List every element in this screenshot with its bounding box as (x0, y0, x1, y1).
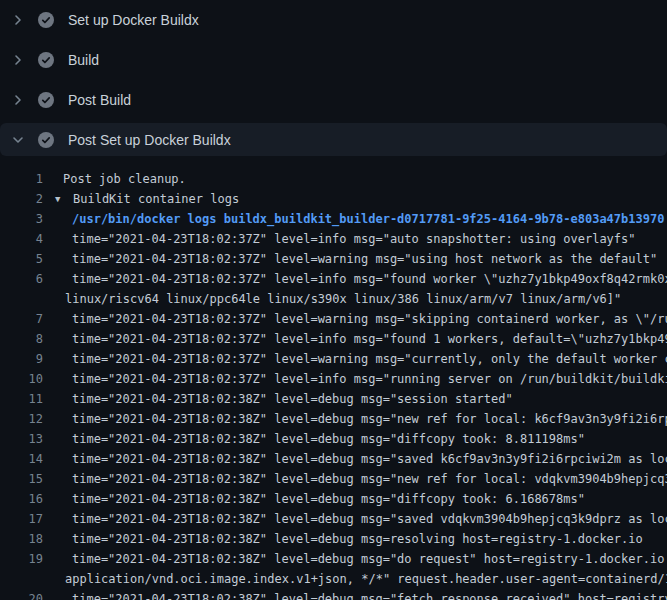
log-line-number[interactable]: 19 (0, 552, 43, 566)
log-line: 7 time="2021-04-23T18:02:37Z" level=warn… (0, 309, 667, 329)
log-line-number[interactable]: 7 (0, 312, 43, 326)
log-line: 2 ▼ BuildKit container logs (0, 189, 667, 209)
check-circle-icon (38, 92, 54, 108)
log-line-text: time="2021-04-23T18:02:38Z" level=debug … (43, 449, 667, 469)
log-line-text: time="2021-04-23T18:02:38Z" level=debug … (43, 489, 585, 509)
steps-list: Set up Docker Buildx Build Post Build Po… (0, 0, 667, 156)
log-line-text: application/vnd.oci.image.index.v1+json,… (43, 569, 667, 589)
log-line-number[interactable]: 3 (0, 212, 43, 226)
log-line-text: Post job cleanup. (43, 169, 186, 189)
log-line-number[interactable]: 9 (0, 352, 43, 366)
check-circle-icon (38, 52, 54, 68)
log-line-text: time="2021-04-23T18:02:37Z" level=warnin… (43, 309, 667, 329)
step-header-post-set-up-docker-buildx[interactable]: Post Set up Docker Buildx (0, 123, 667, 156)
log-line-text: time="2021-04-23T18:02:37Z" level=warnin… (43, 249, 657, 269)
log-line: 1 Post job cleanup. (0, 169, 667, 189)
log-line: 14 time="2021-04-23T18:02:38Z" level=deb… (0, 449, 667, 469)
log-line: 19 time="2021-04-23T18:02:38Z" level=deb… (0, 549, 667, 569)
log-line-text: time="2021-04-23T18:02:38Z" level=debug … (43, 429, 585, 449)
log-line-text: time="2021-04-23T18:02:38Z" level=debug … (43, 509, 667, 529)
log-line-number[interactable]: 5 (0, 252, 43, 266)
log-line-text: time="2021-04-23T18:02:38Z" level=debug … (43, 389, 513, 409)
log-line-text: time="2021-04-23T18:02:37Z" level=warnin… (43, 349, 667, 369)
step-label: Build (68, 53, 99, 67)
log-line-number[interactable]: 8 (0, 332, 43, 346)
log-line-number[interactable]: 1 (0, 172, 43, 186)
log-line-number[interactable]: 11 (0, 392, 43, 406)
log-line-text: time="2021-04-23T18:02:37Z" level=info m… (43, 329, 667, 349)
log-line-text: linux/riscv64 linux/ppc64le linux/s390x … (43, 289, 621, 309)
check-circle-icon (38, 12, 54, 28)
step-label: Set up Docker Buildx (68, 13, 199, 27)
log-line: 18 time="2021-04-23T18:02:38Z" level=deb… (0, 529, 667, 549)
log-line-number[interactable]: 14 (0, 452, 43, 466)
log-line-text: time="2021-04-23T18:02:38Z" level=debug … (43, 469, 667, 489)
log-line: 13 time="2021-04-23T18:02:38Z" level=deb… (0, 429, 667, 449)
chevron-down-icon (10, 132, 26, 148)
step-header-set-up-docker-buildx[interactable]: Set up Docker Buildx (0, 0, 667, 40)
log-line-text: time="2021-04-23T18:02:37Z" level=info m… (43, 229, 636, 249)
log-line: 4 time="2021-04-23T18:02:37Z" level=info… (0, 229, 667, 249)
step-header-post-build[interactable]: Post Build (0, 80, 667, 120)
log-line: application/vnd.oci.image.index.v1+json,… (0, 569, 667, 589)
log-line-number[interactable]: 16 (0, 492, 43, 506)
step-label: Post Build (68, 93, 131, 107)
chevron-right-icon (10, 52, 26, 68)
log-line: 10 time="2021-04-23T18:02:37Z" level=inf… (0, 369, 667, 389)
log-line-text: time="2021-04-23T18:02:37Z" level=info m… (43, 369, 667, 389)
log-line-number[interactable]: 2 (0, 192, 43, 206)
check-circle-icon (38, 132, 54, 148)
log-line-number[interactable]: 4 (0, 232, 43, 246)
log-line: 16 time="2021-04-23T18:02:38Z" level=deb… (0, 489, 667, 509)
step-label: Post Set up Docker Buildx (68, 133, 231, 147)
log-line-number[interactable]: 13 (0, 432, 43, 446)
log-line: linux/riscv64 linux/ppc64le linux/s390x … (0, 289, 667, 309)
log-line: 5 time="2021-04-23T18:02:37Z" level=warn… (0, 249, 667, 269)
log-command-text: /usr/bin/docker logs buildx_buildkit_bui… (43, 209, 664, 229)
log-line-text: time="2021-04-23T18:02:38Z" level=debug … (43, 529, 643, 549)
log-line-number[interactable]: 12 (0, 412, 43, 426)
log-line: 6 time="2021-04-23T18:02:37Z" level=info… (0, 269, 667, 289)
triangle-down-icon[interactable]: ▼ (55, 189, 65, 209)
log-line-number[interactable]: 6 (0, 272, 43, 286)
workflow-log-viewer: Set up Docker Buildx Build Post Build Po… (0, 0, 667, 600)
log-line: 3 /usr/bin/docker logs buildx_buildkit_b… (0, 209, 667, 229)
log-line-text: time="2021-04-23T18:02:38Z" level=debug … (43, 589, 667, 600)
log-line: 11 time="2021-04-23T18:02:38Z" level=deb… (0, 389, 667, 409)
log-output: 1 Post job cleanup. 2 ▼ BuildKit contain… (0, 156, 667, 600)
chevron-right-icon (10, 12, 26, 28)
log-line: 15 time="2021-04-23T18:02:38Z" level=deb… (0, 469, 667, 489)
log-line-text: time="2021-04-23T18:02:38Z" level=debug … (43, 549, 667, 569)
log-line: 17 time="2021-04-23T18:02:38Z" level=deb… (0, 509, 667, 529)
log-line-number[interactable]: 10 (0, 372, 43, 386)
log-line-number[interactable]: 20 (0, 592, 43, 600)
step-header-build[interactable]: Build (0, 40, 667, 80)
log-line-number[interactable]: 15 (0, 472, 43, 486)
log-line: 12 time="2021-04-23T18:02:38Z" level=deb… (0, 409, 667, 429)
log-line-text: time="2021-04-23T18:02:37Z" level=info m… (43, 269, 667, 289)
log-line-number[interactable]: 17 (0, 512, 43, 526)
log-line-text: time="2021-04-23T18:02:38Z" level=debug … (43, 409, 667, 429)
log-group-label[interactable]: BuildKit container logs (65, 189, 239, 209)
log-line-number[interactable]: 18 (0, 532, 43, 546)
log-line: 20 time="2021-04-23T18:02:38Z" level=deb… (0, 589, 667, 600)
log-line: 9 time="2021-04-23T18:02:37Z" level=warn… (0, 349, 667, 369)
chevron-right-icon (10, 92, 26, 108)
log-line: 8 time="2021-04-23T18:02:37Z" level=info… (0, 329, 667, 349)
